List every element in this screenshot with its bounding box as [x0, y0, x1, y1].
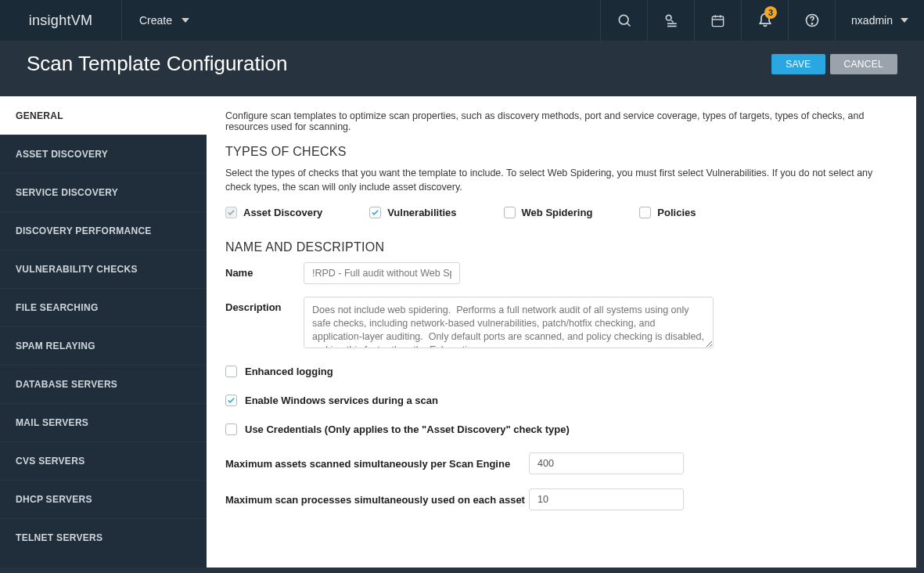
sidebar-item-vulnerability-checks[interactable]: VULNERABILITY CHECKS: [0, 250, 207, 288]
sidebar-item-spam-relaying[interactable]: SPAM RELAYING: [0, 326, 207, 365]
intro-text: Configure scan templates to optimize sca…: [225, 110, 897, 132]
checkbox-use-credentials[interactable]: [225, 423, 237, 435]
description-textarea[interactable]: [304, 297, 714, 348]
sidebar-item-telnet-servers[interactable]: TELNET SERVERS: [0, 518, 207, 557]
app-logo: insightVM: [0, 13, 121, 29]
svg-point-2: [666, 15, 671, 20]
checkbox-enable-windows[interactable]: [225, 395, 237, 406]
svg-rect-6: [712, 16, 723, 26]
calendar-icon[interactable]: [694, 0, 741, 41]
cancel-button[interactable]: CANCEL: [830, 54, 897, 74]
help-icon[interactable]: [788, 0, 835, 41]
checkbox-web-spidering[interactable]: [504, 207, 516, 218]
check-policies: Policies: [639, 207, 696, 218]
check-vulnerabilities-label: Vulnerabilities: [387, 207, 456, 218]
save-button[interactable]: SAVE: [771, 54, 825, 74]
svg-line-3: [671, 20, 674, 23]
checkbox-enhanced-logging[interactable]: [225, 366, 237, 377]
check-policies-label: Policies: [657, 207, 696, 218]
sidebar-item-dhcp-servers[interactable]: DHCP SERVERS: [0, 480, 207, 518]
sidebar: GENERAL ASSET DISCOVERY SERVICE DISCOVER…: [0, 96, 207, 568]
search-icon[interactable]: [600, 0, 647, 41]
enhanced-logging-row: Enhanced logging: [225, 366, 897, 377]
max-assets-label: Maximum assets scanned simultaneously pe…: [225, 458, 529, 470]
name-input[interactable]: [304, 262, 460, 284]
check-vulnerabilities: Vulnerabilities: [369, 207, 456, 218]
check-web-spidering-label: Web Spidering: [522, 207, 593, 218]
types-description: Select the types of checks that you want…: [225, 167, 897, 194]
check-web-spidering: Web Spidering: [504, 207, 593, 218]
sidebar-item-mail-servers[interactable]: MAIL SERVERS: [0, 403, 207, 441]
types-heading: TYPES OF CHECKS: [225, 145, 897, 159]
top-bar: insightVM Create 3 nxadmin: [0, 0, 924, 41]
page-header: Scan Template Configuration SAVE CANCEL: [0, 41, 924, 96]
enable-windows-row: Enable Windows services during a scan: [225, 395, 897, 406]
use-credentials-label: Use Credentials (Only applies to the "As…: [245, 423, 570, 435]
svg-point-0: [619, 15, 628, 24]
description-row: Description: [225, 297, 897, 348]
description-label: Description: [225, 297, 304, 313]
checkbox-vulnerabilities[interactable]: [369, 207, 381, 218]
sidebar-item-database-servers[interactable]: DATABASE SERVERS: [0, 365, 207, 403]
max-procs-row: Maximum scan processes simultaneously us…: [225, 488, 897, 510]
create-menu[interactable]: Create: [121, 0, 207, 41]
name-label: Name: [225, 262, 304, 279]
username: nxadmin: [851, 14, 893, 27]
sidebar-item-service-discovery[interactable]: SERVICE DISCOVERY: [0, 173, 207, 211]
sidebar-item-cvs-servers[interactable]: CVS SERVERS: [0, 441, 207, 480]
sidebar-item-general[interactable]: GENERAL: [0, 96, 207, 135]
enhanced-logging-label: Enhanced logging: [245, 366, 333, 377]
page-title: Scan Template Configuration: [27, 52, 771, 76]
name-row: Name: [225, 262, 897, 284]
user-menu[interactable]: nxadmin: [835, 0, 924, 41]
logo-bold: VM: [71, 13, 93, 29]
notifications-icon[interactable]: 3: [741, 0, 788, 41]
svg-point-11: [811, 23, 812, 24]
svg-line-1: [627, 23, 630, 27]
checkbox-asset-discovery[interactable]: [225, 207, 237, 218]
max-assets-input[interactable]: [529, 452, 684, 474]
sidebar-item-file-searching[interactable]: FILE SEARCHING: [0, 288, 207, 326]
logo-thin: insight: [29, 13, 71, 29]
body-wrap: GENERAL ASSET DISCOVERY SERVICE DISCOVER…: [0, 96, 924, 573]
filter-search-icon[interactable]: [647, 0, 694, 41]
content-panel: Configure scan templates to optimize sca…: [207, 96, 916, 568]
check-asset-discovery-label: Asset Discovery: [243, 207, 322, 218]
max-procs-input[interactable]: [529, 488, 684, 510]
max-assets-row: Maximum assets scanned simultaneously pe…: [225, 452, 897, 474]
create-label: Create: [139, 14, 172, 27]
chevron-down-icon: [182, 18, 189, 23]
use-credentials-row: Use Credentials (Only applies to the "As…: [225, 423, 897, 435]
chevron-down-icon: [901, 18, 908, 23]
notification-badge: 3: [764, 6, 777, 19]
checkbox-policies[interactable]: [639, 207, 651, 218]
check-type-row: Asset Discovery Vulnerabilities Web Spid…: [225, 207, 897, 218]
enable-windows-label: Enable Windows services during a scan: [245, 395, 438, 406]
sidebar-item-asset-discovery[interactable]: ASSET DISCOVERY: [0, 135, 207, 173]
max-procs-label: Maximum scan processes simultaneously us…: [225, 494, 529, 506]
name-desc-heading: NAME AND DESCRIPTION: [225, 240, 897, 254]
sidebar-item-discovery-performance[interactable]: DISCOVERY PERFORMANCE: [0, 211, 207, 250]
check-asset-discovery: Asset Discovery: [225, 207, 322, 218]
